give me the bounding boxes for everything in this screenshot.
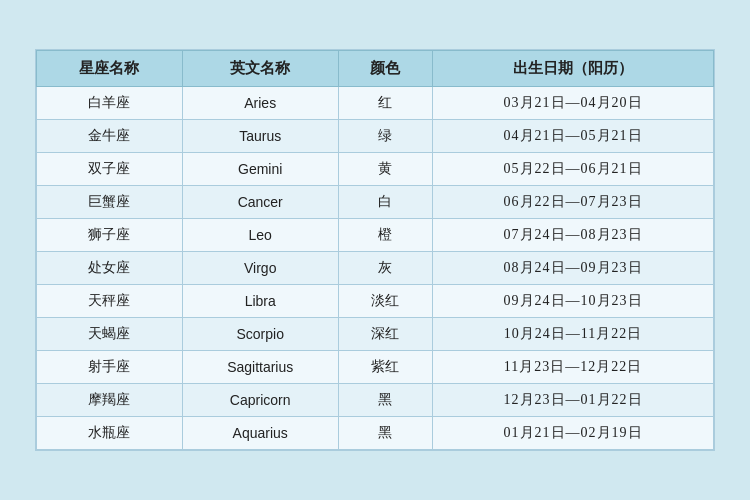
table-row: 水瓶座Aquarius黑01月21日—02月19日	[37, 417, 714, 450]
cell-color: 红	[338, 87, 432, 120]
cell-chinese: 摩羯座	[37, 384, 183, 417]
cell-dates: 07月24日—08月23日	[433, 219, 714, 252]
cell-english: Capricorn	[182, 384, 338, 417]
cell-dates: 10月24日—11月22日	[433, 318, 714, 351]
table-row: 双子座Gemini黄05月22日—06月21日	[37, 153, 714, 186]
cell-chinese: 双子座	[37, 153, 183, 186]
col-header-color: 颜色	[338, 51, 432, 87]
cell-chinese: 水瓶座	[37, 417, 183, 450]
cell-dates: 04月21日—05月21日	[433, 120, 714, 153]
col-header-dates: 出生日期（阳历）	[433, 51, 714, 87]
cell-dates: 05月22日—06月21日	[433, 153, 714, 186]
cell-dates: 09月24日—10月23日	[433, 285, 714, 318]
cell-dates: 08月24日—09月23日	[433, 252, 714, 285]
cell-english: Libra	[182, 285, 338, 318]
cell-english: Aquarius	[182, 417, 338, 450]
cell-dates: 11月23日—12月22日	[433, 351, 714, 384]
cell-chinese: 金牛座	[37, 120, 183, 153]
table-row: 白羊座Aries红03月21日—04月20日	[37, 87, 714, 120]
table-row: 处女座Virgo灰08月24日—09月23日	[37, 252, 714, 285]
cell-color: 白	[338, 186, 432, 219]
zodiac-table: 星座名称 英文名称 颜色 出生日期（阳历） 白羊座Aries红03月21日—04…	[36, 50, 714, 450]
cell-english: Virgo	[182, 252, 338, 285]
table-row: 摩羯座Capricorn黑12月23日—01月22日	[37, 384, 714, 417]
zodiac-table-container: 星座名称 英文名称 颜色 出生日期（阳历） 白羊座Aries红03月21日—04…	[35, 49, 715, 451]
cell-dates: 03月21日—04月20日	[433, 87, 714, 120]
cell-english: Gemini	[182, 153, 338, 186]
col-header-english: 英文名称	[182, 51, 338, 87]
table-body: 白羊座Aries红03月21日—04月20日金牛座Taurus绿04月21日—0…	[37, 87, 714, 450]
cell-color: 黑	[338, 417, 432, 450]
table-row: 金牛座Taurus绿04月21日—05月21日	[37, 120, 714, 153]
cell-color: 黄	[338, 153, 432, 186]
cell-chinese: 天蝎座	[37, 318, 183, 351]
cell-english: Cancer	[182, 186, 338, 219]
table-row: 天秤座Libra淡红09月24日—10月23日	[37, 285, 714, 318]
cell-chinese: 处女座	[37, 252, 183, 285]
cell-chinese: 白羊座	[37, 87, 183, 120]
cell-dates: 06月22日—07月23日	[433, 186, 714, 219]
cell-chinese: 巨蟹座	[37, 186, 183, 219]
cell-chinese: 天秤座	[37, 285, 183, 318]
table-row: 射手座Sagittarius紫红11月23日—12月22日	[37, 351, 714, 384]
cell-english: Taurus	[182, 120, 338, 153]
cell-color: 绿	[338, 120, 432, 153]
table-row: 巨蟹座Cancer白06月22日—07月23日	[37, 186, 714, 219]
cell-chinese: 射手座	[37, 351, 183, 384]
cell-color: 灰	[338, 252, 432, 285]
cell-color: 深红	[338, 318, 432, 351]
table-row: 狮子座Leo橙07月24日—08月23日	[37, 219, 714, 252]
cell-color: 橙	[338, 219, 432, 252]
cell-english: Aries	[182, 87, 338, 120]
cell-english: Leo	[182, 219, 338, 252]
cell-dates: 01月21日—02月19日	[433, 417, 714, 450]
table-header-row: 星座名称 英文名称 颜色 出生日期（阳历）	[37, 51, 714, 87]
cell-english: Sagittarius	[182, 351, 338, 384]
cell-chinese: 狮子座	[37, 219, 183, 252]
cell-english: Scorpio	[182, 318, 338, 351]
cell-color: 紫红	[338, 351, 432, 384]
cell-color: 淡红	[338, 285, 432, 318]
table-row: 天蝎座Scorpio深红10月24日—11月22日	[37, 318, 714, 351]
col-header-chinese: 星座名称	[37, 51, 183, 87]
cell-color: 黑	[338, 384, 432, 417]
cell-dates: 12月23日—01月22日	[433, 384, 714, 417]
